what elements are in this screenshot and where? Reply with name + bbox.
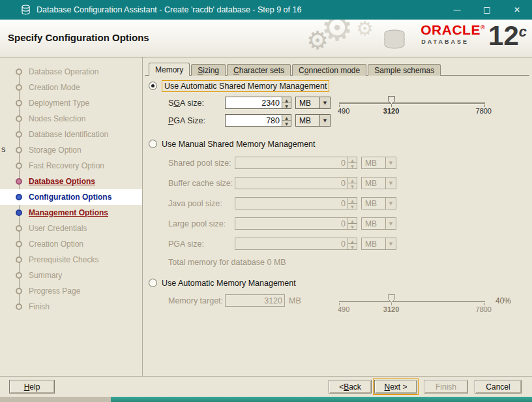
pga-size-row: PGA Size: ▲▼ MB▼ [168,114,331,127]
pga-size-input[interactable] [225,114,282,127]
dropdown-arrow-icon: ▼ [385,238,396,249]
step-nodes-selection: Nodes Selection [0,111,142,127]
step-configuration-options[interactable]: Configuration Options [0,189,142,205]
oracle-logo: ORACLE® DATABASE 12c [421,23,527,49]
sga-size-input[interactable] [225,97,282,109]
slider-track[interactable] [339,102,485,104]
manual-radio-label[interactable]: Use Manual Shared Memory Management [162,140,316,149]
dropdown-arrow-icon: ▼ [319,115,330,126]
back-button[interactable]: < Back [329,380,372,394]
shared-pool-input [235,157,348,169]
step-label: Prerequisite Checks [29,255,98,264]
shared-pool-label: Shared pool size: [168,159,235,168]
maximize-button[interactable]: □ [472,0,502,20]
tab-character-sets[interactable]: Character sets [227,64,291,76]
step-marker [16,272,22,279]
buffer-cache-label: Buffer cache size: [168,179,235,188]
large-pool-label: Large pool size: [168,219,235,228]
help-button[interactable]: Help [9,380,55,394]
step-database-options[interactable]: Database Options [0,174,142,189]
gear-icon: ⚙ [356,20,374,40]
window-title-bar[interactable]: Database Configuration Assistant - Creat… [0,0,532,20]
step-marker [16,131,22,138]
step-label: User Credentials [29,224,87,233]
step-label[interactable]: Database Options [29,177,95,186]
sga-size-label: SGA size: [168,99,225,108]
memory-total-slider: 490 3120 7800 [338,95,486,116]
step-label: Deployment Type [29,99,89,108]
cancel-button[interactable]: Cancel [475,380,522,394]
minimize-button[interactable]: — [442,0,472,20]
sga-unit-select[interactable]: MB▼ [295,97,331,109]
memory-target-slider: 490 3120 7800 [338,294,486,315]
pga-spinner[interactable]: ▲▼ [282,114,291,127]
step-label: Summary [29,271,62,280]
spin-up-icon: ▲ [348,178,357,183]
step-marker [16,162,22,169]
sga-spinner[interactable]: ▲▼ [282,97,291,109]
spin-up-icon[interactable]: ▲ [282,115,291,121]
close-button[interactable]: ✕ [502,0,532,20]
step-label: Database Operation [29,67,98,76]
window-controls: — □ ✕ [442,0,532,20]
step-marker [16,256,22,263]
spin-up-icon: ▲ [348,157,357,163]
step-label: Creation Option [29,240,83,249]
memory-target-row: Memory target: MB [168,294,301,307]
sga-size-row: SGA size: ▲▼ MB▼ [168,97,331,109]
spin-down-icon[interactable]: ▼ [282,103,291,108]
slider-thumb[interactable] [387,95,396,105]
tab-sizing[interactable]: Sizing [191,64,226,76]
step-fast-recovery-option: Fast Recovery Option [0,158,142,174]
unit-value: MB [362,199,385,208]
taskbar-edge [111,397,532,402]
spin-down-icon[interactable]: ▼ [282,121,291,126]
unit-value: MB [362,159,385,168]
oracle-wordmark: ORACLE® [421,23,485,37]
buffer-cache-input [235,177,348,189]
step-prerequisite-checks: Prerequisite Checks [0,252,142,268]
slider-current-label: 3120 [383,107,399,115]
manual-radio-button[interactable] [149,140,157,148]
tab-memory[interactable]: Memory [149,63,190,76]
spin-up-icon[interactable]: ▲ [282,97,291,103]
memory-target-input [225,294,285,307]
tab-connection-mode[interactable]: Connection mode [292,64,366,76]
asmm-radio-button[interactable] [149,82,157,90]
spin-down-icon: ▼ [348,183,357,189]
step-label: Configuration Options [29,193,111,202]
database-stack-icon [379,29,409,55]
memory-target-unit: MB [289,296,301,305]
step-label[interactable]: Management Options [29,208,108,217]
amm-radio-button[interactable] [149,279,157,287]
step-marker [16,84,22,91]
spin-up-icon: ▲ [348,238,357,244]
finish-button: Finish [424,380,468,394]
button-bar: Help < Back Next > Finish Cancel [0,376,532,397]
next-button[interactable]: Next > [374,380,417,394]
memory-percent-label: 40% [495,296,511,305]
amm-radio-label[interactable]: Use Automatic Memory Management [162,279,296,288]
asmm-radio-row: Use Automatic Shared Memory Management [149,80,329,92]
buffer-cache-unit-select: MB▼ [361,177,396,189]
step-user-credentials: User Credentials [0,221,142,236]
asmm-radio-label[interactable]: Use Automatic Shared Memory Management [162,80,329,92]
step-deployment-type: Deployment Type [0,95,142,111]
pga-unit-select[interactable]: MB▼ [295,114,331,127]
java-pool-row: Java pool size: ▲▼ MB▼ [168,197,396,209]
manual-pga-input [235,238,348,250]
step-marker [16,116,22,122]
step-marker [16,147,22,153]
tab-sample-schemas[interactable]: Sample schemas [368,64,441,76]
slider-track [339,301,485,302]
slider-max-label: 7800 [476,107,492,115]
step-management-options[interactable]: Management Options [0,205,142,221]
database-app-icon [21,5,31,15]
dropdown-arrow-icon: ▼ [385,157,396,168]
dbca-window: Database Configuration Assistant - Creat… [0,0,532,397]
manual-pga-row: PGA size: ▲▼ MB▼ [168,238,396,250]
dropdown-arrow-icon: ▼ [385,198,396,209]
manual-pga-unit-select: MB▼ [361,238,396,250]
step-marker-visited [16,209,22,216]
desktop-screen: Database Configuration Assistant - Creat… [0,0,532,402]
